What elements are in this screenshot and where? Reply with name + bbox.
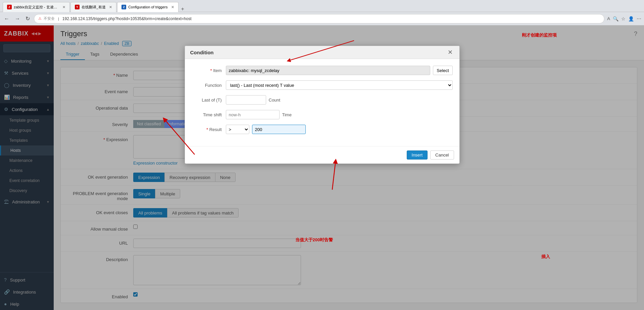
tab1-close[interactable]: ✕: [62, 5, 65, 9]
address-input[interactable]: ⚠ 不安全 | 192.168.124.135/triggers.php?hos…: [34, 14, 604, 23]
modal-result-label: Result: [192, 127, 222, 132]
modal-last-control: Count: [226, 95, 453, 105]
modal-timeshift-input[interactable]: [226, 110, 280, 119]
tab3-title: Configuration of triggers: [128, 5, 167, 9]
time-label: Time: [282, 112, 292, 117]
search-icon[interactable]: 🔍: [613, 16, 618, 21]
new-tab-button[interactable]: +: [179, 6, 186, 12]
modal-row-result: Result > >= = < <= ≠: [192, 125, 453, 134]
tab2-favicon: Y: [75, 5, 80, 9]
forward-button[interactable]: →: [13, 15, 21, 22]
modal-row-item: Item zabbixabc: mysql_zcdelay Select: [192, 66, 453, 75]
modal-overlay: Condition ✕ Item zabbixabc: mysql_zcdela…: [0, 25, 644, 310]
back-button[interactable]: ←: [3, 15, 11, 22]
translate-icon[interactable]: A: [607, 16, 610, 21]
modal-item-input[interactable]: zabbixabc: mysql_zcdelay: [226, 66, 431, 75]
modal-function-label: Function: [192, 83, 222, 88]
tab2-title: 在线翻译_有道: [82, 5, 106, 10]
modal-header: Condition ✕: [185, 46, 459, 59]
svg-line-2: [332, 161, 336, 190]
modal-function-select[interactable]: last() - Last (most recent) T value: [226, 80, 453, 90]
tab2-close[interactable]: ✕: [109, 5, 112, 9]
url-text: 192.168.124.135/triggers.php?hostid=1053…: [62, 16, 192, 21]
tab1-title: zabbix自定义监控 - 玄凌道人: [14, 5, 59, 10]
modal-row-function: Function last() - Last (most recent) T v…: [192, 80, 453, 90]
modal-result-operator-select[interactable]: > >= = < <= ≠: [226, 125, 249, 134]
modal-result-value-input[interactable]: [252, 125, 306, 134]
address-bar: ← → ↻ ⚠ 不安全 | 192.168.124.135/triggers.p…: [0, 12, 644, 25]
count-label: Count: [269, 98, 281, 103]
pipe-sep: |: [58, 17, 59, 21]
modal-item-label: Item: [192, 68, 222, 73]
modal-title: Condition: [190, 50, 214, 55]
star-icon[interactable]: ☆: [621, 16, 626, 21]
insecure-label: 不安全: [44, 16, 55, 21]
tab1-favicon: Z: [7, 5, 12, 9]
condition-modal: Condition ✕ Item zabbixabc: mysql_zcdela…: [185, 46, 460, 164]
modal-insert-button[interactable]: Insert: [407, 150, 428, 160]
browser-tabs: Z zabbix自定义监控 - 玄凌道人 ✕ Y 在线翻译_有道 ✕ Z Con…: [3, 0, 186, 12]
modal-item-control: zabbixabc: mysql_zcdelay Select: [226, 66, 453, 75]
annotation-insert: 插入: [541, 254, 550, 260]
browser-chrome: Z zabbix自定义监控 - 玄凌道人 ✕ Y 在线翻译_有道 ✕ Z Con…: [0, 0, 644, 12]
lock-icon: ⚠: [38, 16, 42, 21]
modal-row-timeshift: Time shift Time: [192, 110, 453, 119]
modal-select-button[interactable]: Select: [433, 66, 452, 75]
browser-toolbar: A 🔍 ☆ 👤 ⋯: [607, 16, 641, 21]
tab3-close[interactable]: ✕: [171, 5, 174, 9]
modal-body: Item zabbixabc: mysql_zcdelay Select Fun…: [185, 59, 459, 146]
modal-footer: Insert Cancel: [185, 146, 459, 164]
browser-tab-2[interactable]: Y 在线翻译_有道 ✕: [70, 2, 116, 12]
profile-icon[interactable]: 👤: [628, 16, 634, 21]
refresh-button[interactable]: ↻: [24, 15, 31, 22]
modal-row-last: Last of (T) Count: [192, 95, 453, 105]
tab3-favicon: Z: [121, 5, 126, 9]
annotation-new-monitor: 刚才创建的监控项: [522, 32, 557, 38]
modal-result-control: > >= = < <= ≠: [226, 125, 453, 134]
browser-tab-1[interactable]: Z zabbix自定义监控 - 玄凌道人 ✕: [3, 2, 70, 12]
modal-last-input[interactable]: [226, 95, 266, 105]
browser-tab-3[interactable]: Z Configuration of triggers ✕: [117, 2, 178, 12]
modal-timeshift-label: Time shift: [192, 112, 222, 117]
modal-close-button[interactable]: ✕: [446, 49, 454, 55]
modal-cancel-button[interactable]: Cancel: [430, 150, 454, 160]
modal-function-control: last() - Last (most recent) T value: [226, 80, 453, 90]
menu-icon[interactable]: ⋯: [637, 16, 641, 21]
modal-timeshift-control: Time: [226, 110, 453, 119]
modal-last-label: Last of (T): [192, 98, 222, 103]
annotation-when-200: 当值大于200时告警: [295, 237, 333, 243]
